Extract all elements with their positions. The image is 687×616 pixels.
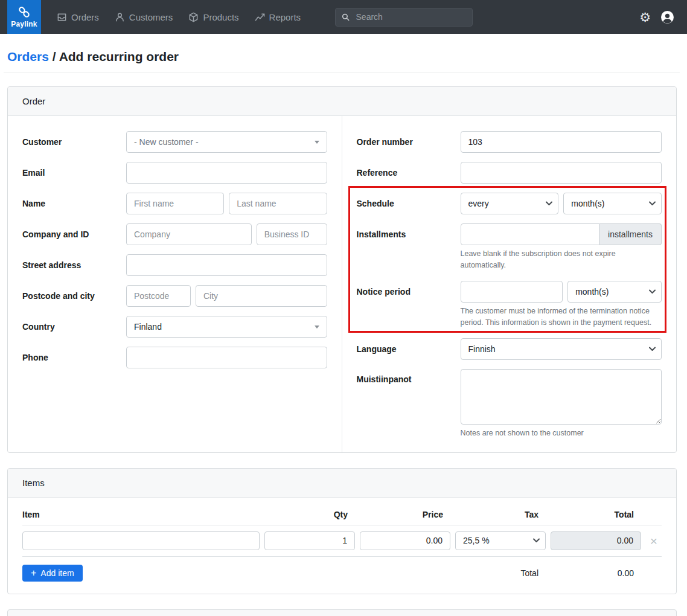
installments-row: Installments installments Leave blank if… xyxy=(357,223,662,272)
country-row: Country Finland xyxy=(22,316,327,338)
customer-row: Customer - New customer - xyxy=(22,131,327,153)
add-item-button[interactable]: + Add item xyxy=(22,565,83,582)
user-avatar-icon[interactable] xyxy=(661,11,674,24)
country-select[interactable]: Finland xyxy=(126,316,327,338)
schedule-unit-select[interactable]: month(s) xyxy=(563,193,662,214)
grand-total-label: Total xyxy=(455,568,546,578)
paylink-logo-icon xyxy=(18,5,31,19)
order-number-row: Order number xyxy=(357,131,662,153)
name-row: Name xyxy=(22,193,327,214)
installments-field[interactable] xyxy=(461,223,600,245)
nav-reports-label: Reports xyxy=(269,12,301,22)
items-table-header: Item Qty Price Tax Total xyxy=(22,510,662,525)
email-field[interactable] xyxy=(126,162,327,184)
caret-down-icon xyxy=(315,141,319,144)
remove-item-icon[interactable]: × xyxy=(646,534,662,547)
customer-label: Customer xyxy=(22,131,126,153)
order-left-column: Customer - New customer - Email xyxy=(8,116,342,452)
country-select-value: Finland xyxy=(134,322,315,332)
item-name-field[interactable] xyxy=(22,531,260,550)
business-id-field[interactable] xyxy=(257,223,327,245)
item-tax-select[interactable]: 25,5 % xyxy=(455,531,546,550)
items-card-header: Items xyxy=(8,469,676,498)
postcode-label: Postcode and city xyxy=(22,285,126,307)
plus-icon: + xyxy=(31,568,36,578)
notice-period-row: Notice period month(s) xyxy=(357,281,662,329)
installments-label: Installments xyxy=(357,223,461,245)
navbar-actions: ⚙ xyxy=(639,11,674,24)
schedule-highlight-region: Schedule every xyxy=(357,193,662,329)
order-right-column: Order number Reference Schedule xyxy=(342,116,677,452)
reference-field[interactable] xyxy=(461,162,662,184)
order-number-field[interactable] xyxy=(461,131,662,153)
name-label: Name xyxy=(22,193,126,214)
column-tax: Tax xyxy=(455,510,546,519)
company-field[interactable] xyxy=(126,223,252,245)
page-divider xyxy=(4,72,680,73)
nav-orders[interactable]: Orders xyxy=(57,12,99,22)
postcode-field[interactable] xyxy=(126,285,191,307)
postcode-row: Postcode and city xyxy=(22,285,327,307)
company-label: Company and ID xyxy=(22,223,126,245)
additional-information-panel[interactable]: Additional information xyxy=(7,609,677,616)
search-box xyxy=(335,8,473,27)
breadcrumb-orders-link[interactable]: Orders xyxy=(7,50,49,63)
notice-period-field[interactable] xyxy=(461,281,563,303)
order-card: Order Customer - New customer - Email xyxy=(7,86,677,453)
search-input[interactable] xyxy=(355,11,467,22)
search-icon xyxy=(342,13,350,22)
language-row: Language Finnish xyxy=(357,338,662,360)
notes-row: Muistiinpanot Notes are not shown to the… xyxy=(357,369,662,439)
add-item-label: Add item xyxy=(40,568,74,578)
item-row: 25,5 % × xyxy=(22,525,662,557)
order-number-label: Order number xyxy=(357,131,461,153)
street-address-field[interactable] xyxy=(126,254,327,276)
grand-total-value: 0.00 xyxy=(551,568,641,578)
chart-icon xyxy=(255,12,265,22)
page-content: Orders / Add recurring order Order Custo… xyxy=(0,50,687,616)
schedule-interval-select[interactable]: every xyxy=(461,193,559,214)
inbox-icon xyxy=(57,12,67,22)
installments-help-text: Leave blank if the subscription does not… xyxy=(461,248,662,272)
last-name-field[interactable] xyxy=(229,193,327,214)
nav-reports[interactable]: Reports xyxy=(255,12,301,22)
order-card-header: Order xyxy=(8,87,676,116)
schedule-label: Schedule xyxy=(357,193,461,214)
top-navbar: Paylink Orders Customers Products xyxy=(0,0,687,34)
nav-orders-label: Orders xyxy=(71,12,99,22)
item-price-field[interactable] xyxy=(360,531,450,550)
item-total-field xyxy=(551,531,641,550)
column-qty: Qty xyxy=(264,510,355,519)
settings-gear-icon[interactable]: ⚙ xyxy=(639,11,651,24)
person-icon xyxy=(115,12,125,22)
language-label: Language xyxy=(357,338,461,360)
notice-period-unit-select[interactable]: month(s) xyxy=(567,281,662,303)
package-icon xyxy=(188,12,199,22)
brand-name: Paylink xyxy=(11,20,37,28)
schedule-row: Schedule every xyxy=(357,193,662,214)
item-qty-field[interactable] xyxy=(264,531,355,550)
phone-field[interactable] xyxy=(126,347,327,368)
reference-row: Reference xyxy=(357,162,662,184)
main-nav: Orders Customers Products Reports xyxy=(57,12,301,22)
nav-customers[interactable]: Customers xyxy=(115,12,173,22)
column-price: Price xyxy=(360,510,450,519)
notes-label: Muistiinpanot xyxy=(357,369,461,384)
customer-select[interactable]: - New customer - xyxy=(126,131,327,153)
nav-products[interactable]: Products xyxy=(188,12,238,22)
column-total: Total xyxy=(551,510,641,519)
first-name-field[interactable] xyxy=(126,193,224,214)
breadcrumb-separator: / xyxy=(53,50,56,63)
language-select[interactable]: Finnish xyxy=(461,338,662,360)
nav-products-label: Products xyxy=(203,12,238,22)
email-label: Email xyxy=(22,162,126,184)
city-field[interactable] xyxy=(196,285,327,307)
items-footer: + Add item Total 0.00 xyxy=(22,557,662,582)
brand-logo[interactable]: Paylink xyxy=(7,0,41,34)
page-title: Add recurring order xyxy=(59,50,179,63)
customer-select-value: - New customer - xyxy=(134,137,315,147)
items-card: Items Item Qty Price Tax Total 25,5 % xyxy=(7,468,677,594)
notes-help-text: Notes are not shown to the customer xyxy=(461,428,662,439)
country-label: Country xyxy=(22,316,126,338)
notes-textarea[interactable] xyxy=(461,369,662,425)
